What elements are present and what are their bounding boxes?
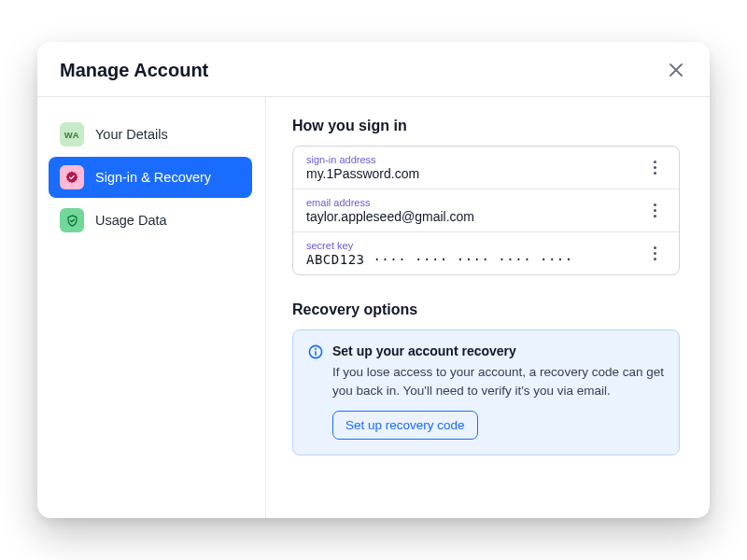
more-button-secret-key[interactable] <box>643 239 666 267</box>
sidebar-item-your-details[interactable]: WA Your Details <box>49 114 252 155</box>
svg-rect-2 <box>315 351 317 356</box>
more-button-email[interactable] <box>643 196 666 224</box>
manage-account-modal: Manage Account WA Your Details Sign-in &… <box>37 42 710 518</box>
field-value: my.1Password.com <box>306 166 643 181</box>
close-icon <box>669 63 683 77</box>
section-title-signin: How you sign in <box>292 118 680 134</box>
sidebar-item-signin-recovery[interactable]: Sign-in & Recovery <box>49 157 252 198</box>
field-label: secret key <box>306 240 643 251</box>
field-value: ABCD123 ···· ···· ···· ···· ···· <box>306 252 643 267</box>
signin-field-group: sign-in address my.1Password.com email a… <box>292 146 680 275</box>
field-value: taylor.appleseed@gmail.com <box>306 209 643 224</box>
field-label: sign-in address <box>306 154 643 165</box>
recovery-callout: Set up your account recovery If you lose… <box>292 329 680 455</box>
content-pane: How you sign in sign-in address my.1Pass… <box>266 97 710 518</box>
setup-recovery-code-button[interactable]: Set up recovery code <box>332 411 478 440</box>
modal-body: WA Your Details Sign-in & Recovery Usage… <box>37 97 710 518</box>
sidebar-item-label: Your Details <box>95 127 168 142</box>
rosette-icon <box>60 165 84 189</box>
field-row-signin-address: sign-in address my.1Password.com <box>293 147 679 189</box>
sidebar: WA Your Details Sign-in & Recovery Usage… <box>37 97 266 518</box>
field-label: email address <box>306 197 643 208</box>
avatar-badge: WA <box>60 122 84 147</box>
section-title-recovery: Recovery options <box>292 301 680 318</box>
close-button[interactable] <box>665 59 687 81</box>
info-icon <box>308 344 323 359</box>
modal-header: Manage Account <box>37 42 710 97</box>
modal-title: Manage Account <box>60 60 208 81</box>
sidebar-item-usage-data[interactable]: Usage Data <box>49 200 252 241</box>
sidebar-item-label: Sign-in & Recovery <box>95 170 211 185</box>
more-vertical-icon <box>654 161 656 175</box>
more-vertical-icon <box>654 203 656 217</box>
recovery-title: Set up your account recovery <box>332 343 516 358</box>
svg-point-1 <box>315 348 317 350</box>
shield-icon <box>60 208 84 232</box>
field-row-secret-key: secret key ABCD123 ···· ···· ···· ···· ·… <box>293 232 679 274</box>
field-row-email: email address taylor.appleseed@gmail.com <box>293 189 679 232</box>
more-vertical-icon <box>654 246 656 260</box>
recovery-description: If you lose access to your account, a re… <box>332 363 664 399</box>
more-button-signin-address[interactable] <box>643 153 666 181</box>
sidebar-item-label: Usage Data <box>95 213 167 228</box>
